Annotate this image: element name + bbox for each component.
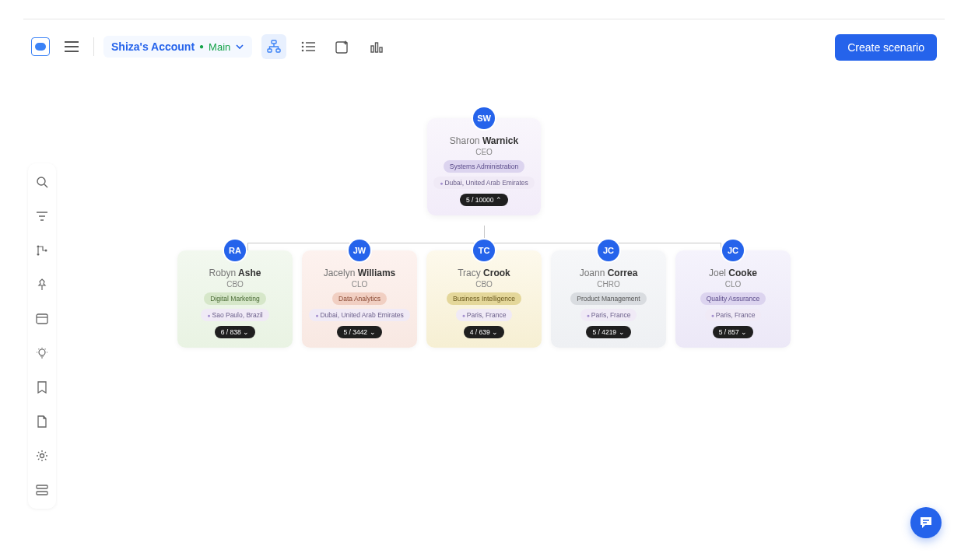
person-title: CLO [308,280,411,289]
org-card-child[interactable]: JC Joel Cooke CLO Quality Assurance Pari… [675,250,791,348]
branch-name: Main [209,41,230,53]
bar-chart-icon[interactable] [364,34,389,59]
person-title: CLO [682,280,784,289]
topbar: Shiza's Account ● Main [31,34,937,59]
avatar: JC [598,240,619,261]
report-count-pill[interactable]: 6 / 838 [215,326,256,338]
account-name: Shiza's Account [111,40,195,53]
department-chip: Systems Administration [444,160,524,173]
svg-point-3 [302,42,304,44]
report-count-pill[interactable]: 4 / 639 [464,326,505,338]
page-top-divider [23,19,945,19]
avatar: TC [473,240,495,261]
account-selector[interactable]: Shiza's Account ● Main [103,36,252,58]
report-count-pill[interactable]: 5 / 10000 [460,194,508,206]
svg-point-4 [302,46,304,48]
connector-line [247,243,248,250]
person-name: Joel Cooke [682,268,784,278]
person-name: Tracy Crook [433,268,535,278]
location-chip: Paris, France [580,309,637,321]
person-title: CHRO [557,280,660,289]
avatar: SW [473,107,495,129]
svg-rect-7 [371,46,374,52]
svg-rect-1 [268,49,272,52]
location-chip: Paris, France [456,309,513,321]
report-count-pill[interactable]: 5 / 4219 [586,326,630,338]
branch-dot-icon: ● [199,43,204,51]
menu-icon[interactable] [59,34,84,59]
app-logo[interactable] [31,37,50,56]
connector-line [721,243,721,250]
location-chip: Dubai, United Arab Emirates [433,177,534,189]
org-card-root[interactable]: SW Sharon Warnick CEO Systems Administra… [427,118,541,215]
person-name: Jacelyn Williams [308,268,411,278]
org-chart-view-icon[interactable] [261,34,286,59]
org-chart-canvas[interactable]: SW Sharon Warnick CEO Systems Administra… [0,70,968,560]
avatar: JW [349,240,370,261]
report-count-pill[interactable]: 5 / 3442 [337,326,381,338]
person-title: CBO [184,280,286,289]
report-count-pill[interactable]: 5 / 857 [713,326,754,338]
org-card-child[interactable]: JW Jacelyn Williams CLO Data Analytics D… [302,250,417,348]
department-chip: Quality Assurance [700,292,766,305]
person-title: CBO [433,280,535,289]
org-card-child[interactable]: TC Tracy Crook CBO Business Intelligence… [426,250,542,348]
avatar: JC [722,240,744,261]
location-chip: Paris, France [705,309,762,321]
person-name: Robyn Ashe [184,268,286,278]
person-name: Joann Correa [557,268,660,278]
location-chip: Dubai, United Arab Emirates [309,309,409,321]
divider [93,37,94,56]
person-title: CEO [433,148,535,156]
sparkle-card-icon[interactable] [330,34,355,59]
org-card-child[interactable]: JC Joann Correa CHRO Product Management … [551,250,666,348]
svg-rect-8 [376,43,378,52]
department-chip: Digital Marketing [204,292,265,305]
list-view-icon[interactable] [296,34,321,59]
svg-rect-2 [276,49,280,52]
avatar: RA [224,240,246,261]
svg-rect-9 [380,47,382,52]
location-chip: Sao Paulo, Brazil [201,309,268,321]
svg-point-5 [302,50,304,52]
create-scenario-button[interactable]: Create scenario [835,34,937,61]
org-card-child[interactable]: RA Robyn Ashe CBO Digital Marketing Sao … [177,250,293,348]
department-chip: Data Analytics [332,292,387,305]
person-name: Sharon Warnick [433,135,535,146]
department-chip: Business Intelligence [447,292,521,305]
chevron-down-icon [235,42,244,51]
help-chat-button[interactable] [910,507,942,538]
department-chip: Product Management [570,292,646,305]
svg-rect-0 [272,40,276,44]
children-row: RA Robyn Ashe CBO Digital Marketing Sao … [177,250,791,348]
